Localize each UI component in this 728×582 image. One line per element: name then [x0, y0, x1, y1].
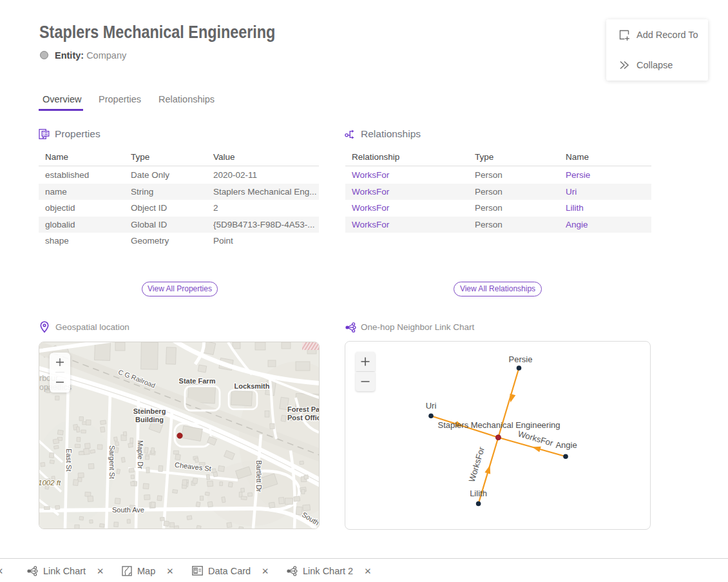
- svg-text:Building: Building: [135, 416, 164, 423]
- svg-text:Locksmith: Locksmith: [234, 382, 269, 390]
- svg-text:Steinberg: Steinberg: [133, 407, 166, 415]
- svg-text:South Ave: South Ave: [112, 506, 144, 514]
- svg-text:WorksFor: WorksFor: [466, 445, 486, 483]
- svg-text:1002 ft: 1002 ft: [39, 479, 61, 487]
- svg-text:Lilith: Lilith: [470, 489, 487, 498]
- svg-text:East St: East St: [65, 449, 73, 471]
- svg-text:Bartlett Dr: Bartlett Dr: [255, 460, 263, 492]
- svg-text:Post Offic: Post Offic: [287, 414, 319, 422]
- svg-text:WorksFor: WorksFor: [517, 429, 555, 448]
- svg-text:Sargent St: Sargent St: [108, 445, 116, 479]
- svg-text:Forest Par: Forest Par: [287, 405, 319, 413]
- svg-text:Staplers Mechanical Engineerin: Staplers Mechanical Engineering: [437, 420, 560, 430]
- svg-text:Persie: Persie: [509, 354, 533, 364]
- svg-text:State Farm: State Farm: [179, 377, 216, 385]
- svg-text:Uri: Uri: [426, 401, 437, 411]
- svg-text:Angie: Angie: [555, 440, 577, 450]
- svg-text:Maple Dr: Maple Dr: [137, 440, 144, 469]
